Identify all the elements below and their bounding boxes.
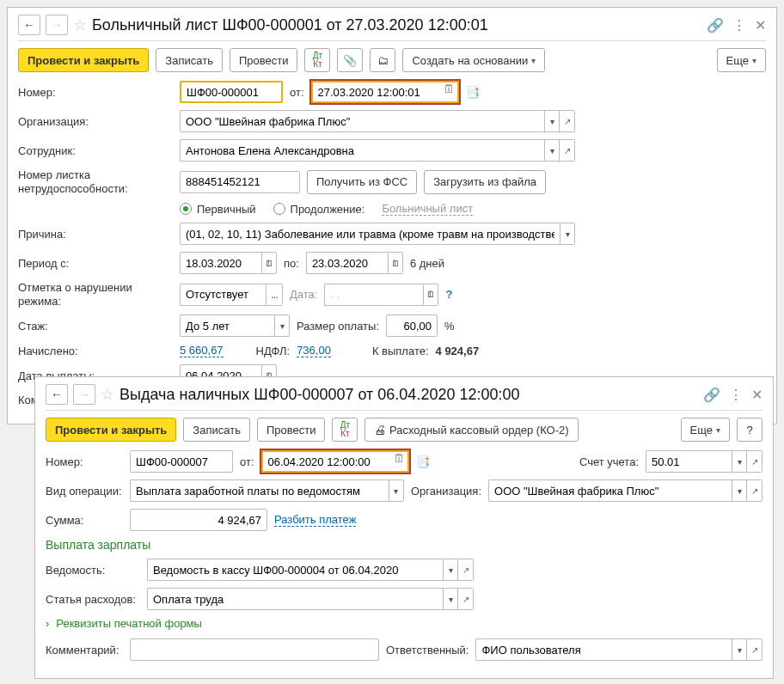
calendar-icon[interactable]: 🗓 — [423, 284, 438, 306]
reason-input[interactable] — [180, 223, 560, 245]
back-button[interactable]: ← — [18, 15, 40, 35]
accrued-label: Начислено: — [18, 345, 173, 357]
tree-icon — [377, 54, 389, 67]
ndfl-link[interactable]: 736,00 — [297, 344, 331, 357]
days-count: 6 дней — [410, 257, 444, 270]
window-title: Больничный лист ШФ00-000001 от 27.03.202… — [92, 16, 701, 34]
employee-input[interactable] — [180, 139, 544, 162]
post-and-close-button[interactable]: Провести и закрыть — [18, 48, 149, 72]
violation-date-label: Дата: — [290, 288, 317, 301]
seniority-label: Стаж: — [18, 320, 173, 333]
window-title: Выдача наличных ШФ00-000007 от 06.04.202… — [119, 386, 698, 404]
ndfl-label: НДФЛ: — [256, 345, 291, 357]
dt-kt-button[interactable]: ДтКт — [304, 48, 330, 72]
period-from-label: Период с: — [18, 257, 173, 270]
toolbar: Провести и закрыть Записать Провести ДтК… — [46, 418, 763, 438]
forward-button[interactable]: → — [46, 15, 68, 35]
more-menu-icon[interactable]: ⋮ — [732, 17, 746, 34]
to-pay-value: 4 924,67 — [436, 345, 480, 357]
sheet-number-label: Номер листка нетрудоспособности: — [18, 168, 173, 195]
open-icon[interactable]: ↗ — [560, 139, 575, 162]
seniority-input[interactable] — [180, 315, 274, 337]
more-menu-icon[interactable]: ⋮ — [729, 387, 743, 403]
violation-date-input[interactable] — [324, 284, 423, 306]
write-button[interactable]: Записать — [183, 418, 250, 438]
organization-input[interactable] — [180, 110, 544, 132]
radio-primary-label: Первичный — [197, 203, 256, 216]
organization-label: Организация: — [18, 115, 173, 128]
violation-input[interactable] — [180, 284, 266, 306]
calendar-icon[interactable]: 🗓 — [388, 252, 403, 274]
window-cash-payout: ← → ☆ Выдача наличных ШФ00-000007 от 06.… — [34, 376, 774, 438]
write-button[interactable]: Записать — [156, 48, 223, 72]
accrued-link[interactable]: 5 660,67 — [180, 344, 224, 357]
continuation-link[interactable]: Больничный лист — [382, 202, 473, 216]
print-button[interactable]: Расходный кассовый ордер (КО-2) — [364, 418, 578, 438]
from-label: от: — [290, 86, 304, 99]
period-from-input[interactable] — [180, 252, 261, 274]
employee-label: Сотрудник: — [18, 144, 173, 157]
favorite-star-icon[interactable]: ☆ — [101, 385, 114, 404]
more-button[interactable]: Еще — [717, 48, 766, 72]
percent-label: % — [444, 320, 455, 333]
close-icon[interactable]: ✕ — [751, 387, 763, 403]
post-button[interactable]: Провести — [257, 418, 326, 438]
radio-primary[interactable]: Первичный — [180, 203, 256, 216]
dt-kt-button[interactable]: ДтКт — [332, 418, 358, 438]
link-icon[interactable]: 🔗 — [703, 387, 720, 403]
period-to-input[interactable] — [306, 252, 388, 274]
close-icon[interactable]: ✕ — [755, 17, 766, 34]
radio-dot-icon — [180, 203, 192, 215]
load-from-file-button[interactable]: Загрузить из файла — [424, 170, 546, 194]
back-button[interactable]: ← — [46, 384, 68, 405]
sheet-number-input[interactable] — [180, 171, 300, 193]
title-actions: 🔗 ⋮ ✕ — [707, 17, 766, 34]
date-input[interactable] — [313, 82, 442, 101]
help-button[interactable]: ? — [737, 418, 763, 438]
dropdown-icon[interactable]: ▾ — [560, 223, 575, 245]
help-icon[interactable]: ? — [445, 288, 452, 301]
calendar-icon[interactable]: 🗓 — [261, 252, 277, 274]
favorite-star-icon[interactable]: ☆ — [73, 15, 87, 34]
title-actions: 🔗 ⋮ ✕ — [703, 387, 763, 403]
pay-size-input[interactable] — [386, 315, 438, 337]
forward-button[interactable]: → — [73, 384, 95, 405]
get-from-fss-button[interactable]: Получить из ФСС — [307, 170, 417, 194]
pay-size-label: Размер оплаты: — [297, 320, 379, 333]
structure-button[interactable] — [370, 48, 395, 72]
titlebar: ← → ☆ Больничный лист ШФ00-000001 от 27.… — [18, 15, 766, 41]
create-based-on-button[interactable]: Создать на основании — [402, 48, 545, 72]
number-label: Номер: — [18, 86, 173, 99]
dropdown-icon[interactable]: ▾ — [544, 139, 560, 162]
attach-button[interactable] — [337, 48, 363, 72]
post-button[interactable]: Провести — [230, 48, 298, 72]
print-button-label: Расходный кассовый ордер (КО-2) — [389, 424, 569, 437]
status-flag-icon[interactable]: 📑 — [466, 86, 480, 99]
dropdown-icon[interactable]: ▾ — [544, 110, 560, 132]
number-input[interactable] — [180, 81, 283, 103]
open-icon[interactable]: ↗ — [560, 110, 575, 132]
clip-icon — [343, 54, 357, 67]
radio-dot-icon — [273, 203, 285, 215]
radio-continuation-label: Продолжение: — [291, 203, 365, 216]
link-icon[interactable]: 🔗 — [707, 17, 724, 34]
reason-label: Причина: — [18, 228, 173, 241]
toolbar: Провести и закрыть Записать Провести ДтК… — [18, 48, 766, 72]
period-to-label: по: — [284, 257, 299, 270]
radio-continuation[interactable]: Продолжение: — [273, 203, 365, 216]
printer-icon — [374, 423, 386, 437]
window-sick-leave: ← → ☆ Больничный лист ШФ00-000001 от 27.… — [7, 7, 777, 424]
to-pay-label: К выплате: — [372, 345, 429, 357]
more-button[interactable]: Еще — [681, 418, 730, 438]
calendar-icon[interactable]: 🗓 — [442, 82, 457, 101]
dropdown-icon[interactable]: ▾ — [274, 315, 290, 337]
titlebar: ← → ☆ Выдача наличных ШФ00-000007 от 06.… — [46, 384, 763, 411]
select-icon[interactable]: ... — [266, 284, 283, 306]
type-radio-group: Первичный Продолжение: Больничный лист — [180, 202, 473, 216]
post-and-close-button[interactable]: Провести и закрыть — [46, 418, 176, 438]
violation-label: Отметка о нарушении режима: — [18, 281, 173, 308]
